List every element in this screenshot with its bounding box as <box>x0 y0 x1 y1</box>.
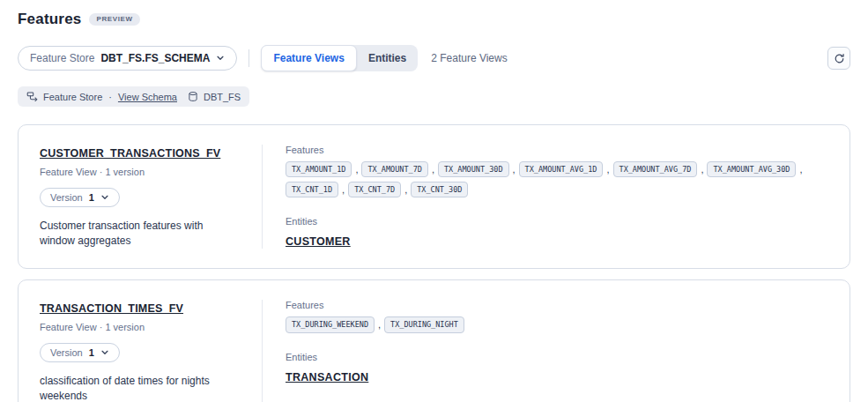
version-selector[interactable]: Version 1 <box>40 343 120 362</box>
version-selector[interactable]: Version 1 <box>40 188 120 207</box>
preview-badge: PREVIEW <box>89 13 139 26</box>
entity-link[interactable]: CUSTOMER <box>286 235 351 248</box>
feature-view-subtitle: Feature View · 1 version <box>40 322 239 332</box>
refresh-icon <box>834 53 845 64</box>
tab-group: Feature Views Entities <box>261 45 418 71</box>
refresh-button[interactable] <box>827 47 850 70</box>
feature-chip: TX_CNT_1D <box>286 182 338 197</box>
features-page: Features PREVIEW Feature Store DBT_FS.FS… <box>0 0 868 402</box>
feature-chip: TX_CNT_30D <box>411 182 468 197</box>
feature-view-description: Customer transaction features with windo… <box>40 219 239 249</box>
card-detail-column: Features TX_DURING_WEEKEND,TX_DURING_NIG… <box>263 300 828 402</box>
entity-link-list: TRANSACTION <box>286 368 828 384</box>
feature-chip: TX_DURING_NIGHT <box>384 316 464 332</box>
chevron-down-icon <box>100 193 109 202</box>
version-label: Version <box>50 192 83 203</box>
entities-section-label: Entities <box>286 216 828 227</box>
toolbar: Feature Store DBT_FS.FS_SCHEMA Feature V… <box>18 45 850 71</box>
entities-section-label: Entities <box>286 352 828 362</box>
breadcrumb-database-name: DBT_FS <box>204 92 241 102</box>
chevron-down-icon <box>100 348 109 357</box>
page-header: Features PREVIEW <box>18 11 850 28</box>
page-title: Features <box>18 11 81 28</box>
breadcrumb-feature-store-label: Feature Store <box>43 92 102 102</box>
chip-separator: , <box>432 164 434 175</box>
version-value: 1 <box>89 347 94 358</box>
card-summary-column: TRANSACTION_TIMES_FV Feature View · 1 ve… <box>40 300 262 402</box>
feature-chip: TX_AMOUNT_AVG_7D <box>613 161 698 177</box>
chip-separator: , <box>799 164 802 175</box>
tab-feature-views[interactable]: Feature Views <box>261 45 356 71</box>
feature-store-icon <box>26 91 38 102</box>
feature-view-title-link[interactable]: CUSTOMER_TRANSACTIONS_FV <box>40 147 220 160</box>
feature-view-title-link[interactable]: TRANSACTION_TIMES_FV <box>40 302 183 315</box>
chip-separator: , <box>606 164 609 175</box>
entity-link[interactable]: TRANSACTION <box>286 371 368 383</box>
features-section-label: Features <box>286 300 828 310</box>
breadcrumb: Feature Store · View Schema DBT_FS <box>18 86 249 107</box>
chip-separator: , <box>513 164 516 175</box>
version-label: Version <box>50 347 83 358</box>
chip-separator: , <box>342 184 345 195</box>
chevron-down-icon <box>216 54 225 63</box>
features-section-label: Features <box>286 145 828 155</box>
entity-link-list: CUSTOMER <box>286 233 828 249</box>
feature-chip: TX_AMOUNT_30D <box>438 161 509 177</box>
feature-store-selector-value: DBT_FS.FS_SCHEMA <box>100 52 210 64</box>
feature-chip: TX_CNT_7D <box>348 182 401 197</box>
feature-chip: TX_AMOUNT_AVG_1D <box>519 161 604 177</box>
card-summary-column: CUSTOMER_TRANSACTIONS_FV Feature View · … <box>40 145 262 249</box>
feature-view-subtitle: Feature View · 1 version <box>40 167 239 177</box>
view-schema-link[interactable]: View Schema <box>118 92 177 102</box>
feature-chip: TX_AMOUNT_7D <box>361 161 427 177</box>
card-detail-column: Features TX_AMOUNT_1D,TX_AMOUNT_7D,TX_AM… <box>263 145 828 249</box>
chip-separator: , <box>378 319 381 330</box>
feature-view-description: classification of date times for nights … <box>40 374 239 402</box>
chip-separator: , <box>701 164 703 175</box>
feature-store-selector[interactable]: Feature Store DBT_FS.FS_SCHEMA <box>18 46 237 71</box>
database-icon <box>188 91 198 102</box>
feature-views-count: 2 Feature Views <box>431 52 508 64</box>
chip-separator: , <box>355 164 358 175</box>
feature-chip-list: TX_AMOUNT_1D,TX_AMOUNT_7D,TX_AMOUNT_30D,… <box>286 161 825 197</box>
feature-chip: TX_AMOUNT_AVG_30D <box>707 161 796 177</box>
chip-separator: , <box>404 184 407 195</box>
feature-chip-list: TX_DURING_WEEKEND,TX_DURING_NIGHT <box>286 316 825 332</box>
tab-entities[interactable]: Entities <box>357 45 418 71</box>
feature-chip: TX_DURING_WEEKEND <box>286 316 375 332</box>
breadcrumb-separator: · <box>108 92 112 102</box>
version-value: 1 <box>89 192 94 203</box>
feature-chip: TX_AMOUNT_1D <box>286 161 352 177</box>
feature-view-card: TRANSACTION_TIMES_FV Feature View · 1 ve… <box>18 279 850 402</box>
feature-store-selector-label: Feature Store <box>30 52 94 64</box>
feature-view-card: CUSTOMER_TRANSACTIONS_FV Feature View · … <box>18 124 850 269</box>
toolbar-divider <box>249 49 249 67</box>
